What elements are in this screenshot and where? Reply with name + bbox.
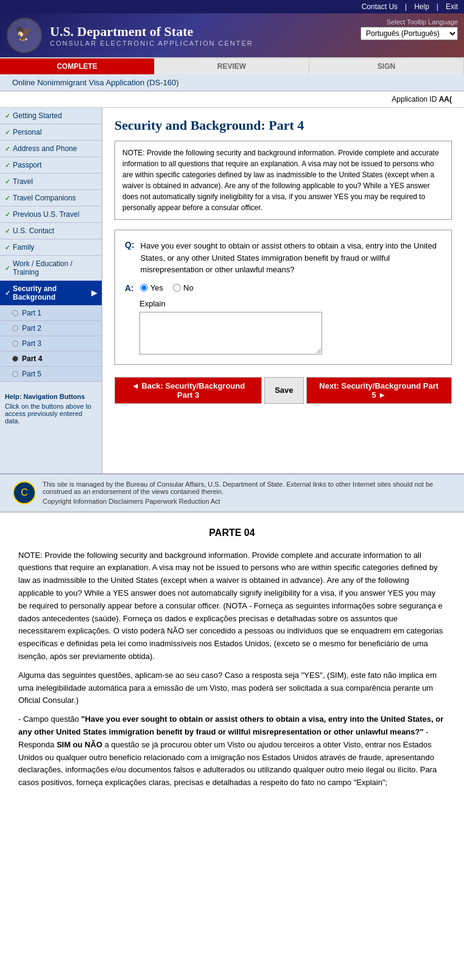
answer-row: A: Yes No	[125, 283, 441, 293]
app-id-bar: Application ID AA(	[0, 91, 464, 108]
back-button[interactable]: ◄ Back: Security/Background Part 3	[114, 377, 262, 404]
sidebar-sub-menu: Part 1 Part 2 Part 3 Part 4 Part 5	[0, 306, 102, 382]
answer-options: Yes No	[140, 283, 194, 292]
footer-text: This site is managed by the Bureau of Co…	[43, 481, 452, 495]
sidebar-item-travel-companions[interactable]: ✓ Travel Companions	[0, 190, 102, 206]
sidebar-item-travel[interactable]: ✓ Travel	[0, 174, 102, 190]
sidebar-sub-part3[interactable]: Part 3	[0, 336, 102, 351]
nav-buttons: ◄ Back: Security/Background Part 3 Save …	[114, 377, 452, 404]
sidebar-item-getting-started[interactable]: ✓ Getting Started	[0, 108, 102, 124]
consular-logo-icon: C	[12, 481, 37, 505]
q-label: Q:	[125, 240, 135, 276]
footer-content: This site is managed by the Bureau of Co…	[43, 481, 452, 505]
contact-us-link[interactable]: Contact Us	[362, 2, 398, 11]
sidebar-item-address[interactable]: ✓ Address and Phone	[0, 141, 102, 157]
language-selector[interactable]: Select Tooltip Language Português (Portu…	[360, 18, 458, 40]
disclaimers-link[interactable]: Disclaimers	[108, 498, 143, 505]
sidebar-item-family[interactable]: ✓ Family	[0, 239, 102, 256]
a-label: A:	[125, 283, 134, 293]
no-label: No	[183, 283, 194, 292]
sidebar-item-passport[interactable]: ✓ Passport	[0, 157, 102, 174]
main-layout: ✓ Getting Started ✓ Personal ✓ Address a…	[0, 108, 464, 473]
check-icon: ✓	[5, 145, 10, 153]
part5-label: Part 5	[22, 370, 41, 378]
sidebar-sub-part4[interactable]: Part 4	[0, 351, 102, 367]
sidebar: ✓ Getting Started ✓ Personal ✓ Address a…	[0, 108, 102, 473]
app-title-bar: Online Nonimmigrant Visa Application (DS…	[0, 74, 464, 91]
check-icon: ✓	[5, 244, 10, 252]
part1-label: Part 1	[22, 309, 41, 317]
sidebar-label-getting-started: Getting Started	[13, 111, 62, 120]
question-row: Q: Have you ever sought to obtain or ass…	[125, 240, 441, 276]
radio-no[interactable]	[173, 284, 181, 292]
radio-no-label[interactable]: No	[173, 283, 194, 292]
header: 🦅 U.S. Department of State Consular Elec…	[0, 13, 464, 57]
sidebar-label-security: Security and Background	[13, 284, 91, 301]
footer: C This site is managed by the Bureau of …	[0, 473, 464, 511]
secondary-content: PARTE 04 NOTE: Provide the following sec…	[0, 511, 464, 808]
part2-label: Part 2	[22, 324, 41, 333]
progress-bar: COMPLETE REVIEW SIGN	[0, 57, 464, 74]
app-id-value: AA(	[439, 95, 452, 104]
lang-dropdown[interactable]: Português (Português) English	[360, 27, 458, 40]
chevron-right-icon: ▶	[91, 289, 97, 297]
help-title: Help: Navigation Buttons	[5, 393, 97, 400]
help-box: Help: Navigation Buttons Click on the bu…	[0, 388, 102, 429]
note-text: NOTE: Provide the following security and…	[122, 149, 439, 212]
help-label: Help:	[5, 393, 22, 400]
sidebar-sub-part2[interactable]: Part 2	[0, 321, 102, 336]
svg-text:🦅: 🦅	[15, 24, 33, 42]
sidebar-label-family: Family	[13, 243, 34, 252]
footer-links: Copyright Information Disclaimers Paperw…	[43, 498, 452, 505]
help-link[interactable]: Help	[414, 2, 429, 11]
sidebar-item-work-edu[interactable]: ✓ Work / Education / Training	[0, 256, 102, 281]
sidebar-label-personal: Personal	[13, 128, 41, 136]
sidebar-item-personal[interactable]: ✓ Personal	[0, 124, 102, 141]
sidebar-label-prev-us-travel: Previous U.S. Travel	[13, 210, 79, 219]
sidebar-item-security[interactable]: ✓ Security and Background ▶	[0, 281, 102, 306]
secondary-intro: NOTE: Provide the following security and…	[18, 549, 446, 663]
secondary-campo: - Campo questão "Have you ever sought to…	[18, 713, 446, 789]
explain-textarea[interactable]	[139, 312, 322, 354]
sidebar-label-us-contact: U.S. Contact	[13, 227, 54, 235]
app-id-label: Application ID	[392, 95, 437, 104]
lang-label: Select Tooltip Language	[387, 18, 458, 26]
progress-sign[interactable]: SIGN	[309, 58, 464, 74]
check-icon-active: ✓	[5, 289, 10, 297]
copyright-link[interactable]: Copyright Information	[43, 498, 107, 505]
campo-q-bold: "Have you ever sought to obtain or assis…	[18, 714, 443, 736]
org-name: U.S. Department of State	[50, 24, 253, 40]
next-button[interactable]: Next: Security/Background Part 5 ►	[306, 377, 452, 404]
page-title: Security and Background: Part 4	[114, 118, 452, 133]
check-icon: ✓	[5, 194, 10, 202]
campo-sim-bold: SIM ou NÃO	[57, 740, 102, 749]
sidebar-sub-part5[interactable]: Part 5	[0, 367, 102, 382]
paperwork-link[interactable]: Paperwork Reduction Act	[145, 498, 220, 505]
progress-review[interactable]: REVIEW	[155, 58, 309, 74]
check-icon: ✓	[5, 264, 10, 272]
check-icon: ✓	[5, 178, 10, 186]
sidebar-label-address: Address and Phone	[13, 144, 77, 153]
secondary-alguma: Alguma das seguintes questões, aplicam-s…	[18, 669, 446, 707]
campo-label: - Campo questão	[18, 714, 79, 724]
sidebar-label-passport: Passport	[13, 161, 41, 169]
exit-link[interactable]: Exit	[446, 2, 458, 11]
org-subtitle: Consular Electronic Application Center	[50, 40, 253, 47]
content-area: Security and Background: Part 4 NOTE: Pr…	[102, 108, 464, 473]
part4-label: Part 4	[22, 354, 42, 363]
sidebar-sub-part1[interactable]: Part 1	[0, 306, 102, 321]
save-button[interactable]: Save	[264, 377, 303, 404]
sidebar-label-travel-companions: Travel Companions	[13, 194, 76, 202]
header-text: U.S. Department of State Consular Electr…	[50, 24, 253, 47]
question-section: Q: Have you ever sought to obtain or ass…	[114, 230, 452, 365]
check-icon: ✓	[5, 211, 10, 219]
question-text: Have you ever sought to obtain or assist…	[141, 240, 441, 276]
sidebar-item-prev-us-travel[interactable]: ✓ Previous U.S. Travel	[0, 206, 102, 223]
svg-text:C: C	[21, 487, 28, 498]
check-icon: ✓	[5, 227, 10, 235]
progress-complete[interactable]: COMPLETE	[0, 58, 155, 74]
radio-yes[interactable]	[140, 284, 148, 292]
part3-label: Part 3	[22, 339, 41, 348]
sidebar-item-us-contact[interactable]: ✓ U.S. Contact	[0, 223, 102, 239]
radio-yes-label[interactable]: Yes	[140, 283, 163, 292]
